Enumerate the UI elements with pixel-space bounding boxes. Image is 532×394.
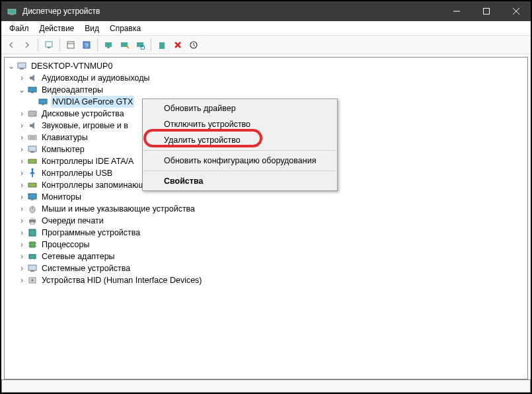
svg-rect-3: [483, 9, 489, 15]
ide-icon: [27, 156, 38, 167]
tree-item[interactable]: Системные устройства: [40, 262, 132, 274]
svg-rect-20: [20, 68, 24, 69]
disk-icon: [27, 108, 38, 119]
help-button[interactable]: ?: [79, 38, 94, 52]
ctx-remove-device[interactable]: Удалить устройство: [143, 132, 337, 148]
svg-rect-24: [42, 104, 44, 105]
computer-icon: [27, 144, 38, 155]
scan-hardware-button[interactable]: [133, 38, 147, 52]
tree-item[interactable]: Мониторы: [40, 191, 83, 203]
expander-icon[interactable]: ›: [17, 73, 27, 83]
mouse-icon: [27, 204, 38, 214]
svg-rect-32: [28, 159, 36, 163]
disable-button[interactable]: [117, 38, 132, 52]
expander-icon[interactable]: ›: [17, 263, 27, 274]
menubar: Файл Действие Вид Справка: [1, 21, 531, 36]
expander-icon[interactable]: ›: [17, 192, 27, 202]
separator: [144, 150, 336, 151]
close-button[interactable]: [501, 1, 531, 21]
tree-item[interactable]: Клавиатуры: [40, 132, 89, 143]
menu-action[interactable]: Действие: [34, 22, 80, 34]
svg-rect-41: [30, 222, 34, 224]
svg-rect-35: [28, 194, 36, 199]
storage-icon: [27, 180, 38, 190]
expander-icon[interactable]: ›: [17, 251, 27, 262]
expander-icon[interactable]: ›: [17, 156, 27, 167]
expander-icon[interactable]: ⌄: [17, 85, 27, 95]
svg-rect-1: [10, 14, 14, 15]
nvidia-device[interactable]: NVIDIA GeForce GTX: [51, 96, 134, 108]
back-button[interactable]: [4, 38, 19, 52]
titlebar: Диспетчер устройств: [1, 1, 531, 21]
uninstall-button[interactable]: [155, 38, 169, 52]
tree-item[interactable]: Процессоры: [40, 239, 91, 251]
ctx-update-driver[interactable]: Обновить драйвер: [143, 100, 337, 116]
system-icon: [27, 263, 38, 274]
svg-rect-7: [48, 47, 50, 48]
expander-icon[interactable]: ›: [17, 204, 27, 214]
properties-button[interactable]: [63, 38, 78, 52]
update-driver-button[interactable]: [101, 38, 116, 52]
svg-rect-34: [28, 183, 36, 187]
print-icon: [27, 216, 38, 226]
root-node[interactable]: DESKTOP-VTNMUP0: [30, 60, 114, 72]
svg-rect-48: [29, 255, 36, 258]
tree-item[interactable]: Контроллеры IDE ATA/A: [40, 155, 135, 167]
tree-item[interactable]: Программные устройства: [40, 227, 141, 239]
menu-view[interactable]: Вид: [79, 22, 104, 34]
tree-view[interactable]: ⌄DESKTOP-VTNMUP0 ›Аудиовходы и аудиовыхо…: [4, 57, 528, 379]
expander-icon[interactable]: ›: [17, 216, 27, 226]
delete-icon[interactable]: [171, 38, 185, 52]
svg-rect-42: [29, 229, 36, 236]
svg-rect-30: [28, 146, 36, 151]
svg-rect-31: [30, 151, 34, 153]
tree-item[interactable]: Очереди печати: [40, 215, 105, 227]
tree-item[interactable]: Контроллеры USB: [40, 167, 114, 179]
svg-point-26: [34, 114, 36, 116]
menu-file[interactable]: Файл: [4, 22, 34, 34]
tree-item[interactable]: Дисковые устройства: [40, 108, 126, 120]
svg-rect-19: [18, 63, 26, 68]
svg-rect-27: [28, 136, 36, 139]
maximize-button[interactable]: [471, 1, 501, 21]
ctx-properties[interactable]: Свойства: [143, 173, 337, 189]
expander-icon[interactable]: ›: [17, 120, 27, 131]
menu-help[interactable]: Справка: [104, 22, 146, 34]
expander-icon[interactable]: ⌄: [6, 61, 17, 71]
expander-icon[interactable]: ›: [17, 168, 27, 178]
expander-icon[interactable]: ›: [17, 108, 27, 119]
minimize-button[interactable]: [441, 1, 471, 21]
svg-rect-8: [67, 42, 74, 48]
refresh-button[interactable]: [186, 38, 201, 52]
network-icon: [27, 251, 38, 262]
monitor-icon: [27, 192, 38, 202]
display-adapter-icon: [38, 97, 48, 107]
expander-icon[interactable]: ›: [17, 144, 27, 155]
tree-item[interactable]: Звуковые, игровые и в: [40, 120, 130, 132]
expander-icon[interactable]: ›: [17, 180, 27, 190]
tree-item[interactable]: Видеоадаптеры: [40, 84, 104, 96]
sound-icon: [27, 120, 38, 131]
expander-icon[interactable]: ›: [17, 132, 27, 143]
tree-item[interactable]: Аудиовходы и аудиовыходы: [40, 72, 151, 84]
tree-item[interactable]: Компьютер: [40, 143, 86, 155]
forward-button[interactable]: [20, 38, 34, 52]
tree-item[interactable]: Устройства HID (Human Interface Devices): [40, 274, 204, 286]
scope-button[interactable]: [42, 38, 56, 52]
svg-rect-17: [159, 42, 165, 49]
cpu-icon: [27, 239, 38, 250]
svg-point-54: [31, 279, 34, 282]
ctx-disable-device[interactable]: Отключить устройство: [143, 116, 337, 132]
svg-rect-52: [30, 270, 34, 272]
expander-icon[interactable]: ›: [17, 227, 27, 238]
svg-rect-40: [30, 217, 34, 219]
svg-rect-51: [28, 265, 36, 270]
svg-rect-12: [105, 42, 112, 47]
svg-rect-43: [30, 242, 35, 247]
ctx-scan-hardware[interactable]: Обновить конфигурацию оборудования: [143, 153, 337, 169]
context-menu: Обновить драйвер Отключить устройство Уд…: [142, 98, 338, 191]
expander-icon[interactable]: ›: [17, 239, 27, 250]
expander-icon[interactable]: ›: [17, 275, 27, 286]
tree-item[interactable]: Сетевые адаптеры: [40, 251, 116, 262]
tree-item[interactable]: Мыши и иные указывающие устройства: [40, 203, 196, 215]
